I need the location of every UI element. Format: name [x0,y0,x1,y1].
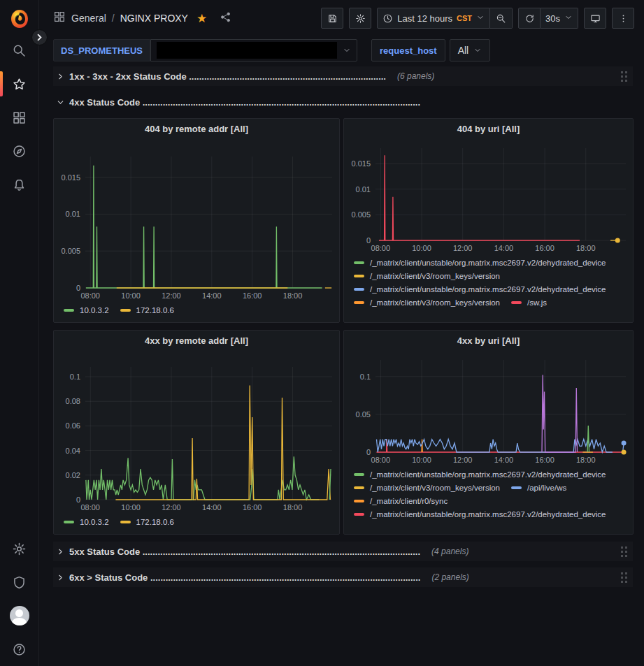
variable-value-dropdown[interactable] [150,39,357,61]
timeseries-chart[interactable]: 08:0010:0012:0014:0016:0018:0000.020.040… [54,350,339,514]
refresh-interval-label: 30s [545,13,560,24]
svg-text:0.005: 0.005 [61,247,80,255]
svg-text:0.015: 0.015 [351,159,371,168]
panel-title[interactable]: 404 by uri [All] [344,119,633,138]
dashboard-settings-button[interactable] [349,8,371,29]
legend-label: 10.0.3.2 [80,306,109,314]
panel-grid: 404 by remote addr [All] 08:0010:0012:00… [53,118,633,535]
panel-title[interactable]: 4xx by uri [All] [344,331,633,350]
panel-4xx-by-remote-addr: 4xx by remote addr [All] 08:0010:0012:00… [53,330,340,535]
sidebar-item-explore[interactable] [0,134,38,168]
svg-text:16:00: 16:00 [243,503,262,512]
legend-swatch [354,473,364,476]
configuration-gear-icon [12,542,27,556]
row-panel-count: (2 panels) [431,572,468,582]
timeseries-chart[interactable]: 08:0010:0012:0014:0016:0018:0000.050.1 [344,350,633,466]
legend-item[interactable]: 172.18.0.6 [120,518,174,526]
svg-text:18:00: 18:00 [576,456,596,464]
refresh-interval-picker[interactable]: 30s [541,8,578,29]
chevron-down-icon [473,46,482,55]
sidebar-item-help[interactable] [0,632,38,666]
svg-text:12:00: 12:00 [162,503,181,512]
panel-legend: /_matrix/client/unstable/org.matrix.msc2… [344,466,633,534]
legend-item[interactable]: /_matrix/client/r0/sync [354,497,448,505]
time-range-picker[interactable]: Last 12 hours CST [377,8,490,29]
explore-compass-icon [12,144,27,159]
legend-item[interactable]: 10.0.3.2 [64,306,109,314]
refresh-button[interactable] [518,8,541,29]
svg-text:10:00: 10:00 [121,291,141,300]
row-title: 1xx - 3xx - 2xx Status Code ............… [69,71,386,82]
legend-item[interactable]: /_matrix/client/v3/room_keys/version [354,484,500,492]
legend-label: /_matrix/client/r0/sync [370,497,448,505]
row-header-6xx[interactable]: 6xx > Status Code ......................… [53,567,633,587]
dashboard-canvas: 1xx - 3xx - 2xx Status Code ............… [39,64,644,666]
legend-label: 172.18.0.6 [136,518,174,526]
variable-request-host: request_host All [371,39,490,61]
svg-text:0.04: 0.04 [66,447,80,455]
legend-item[interactable]: 172.18.0.6 [120,306,174,314]
svg-text:14:00: 14:00 [202,291,222,300]
time-range-label: Last 12 hours [397,13,452,24]
row-drag-handle[interactable] [621,546,630,557]
svg-text:0.02: 0.02 [66,471,80,479]
variable-value-dropdown[interactable]: All [450,39,491,61]
svg-text:0: 0 [76,284,80,292]
variable-label[interactable]: DS_PROMETHEUS [53,39,150,61]
svg-text:18:00: 18:00 [283,503,303,512]
sidebar-item-profile[interactable] [0,599,38,632]
row-title: 4xx Status Code ........................… [69,97,420,108]
svg-text:16:00: 16:00 [243,291,262,300]
sidebar-item-dashboards[interactable] [0,101,38,134]
sidebar-item-server-admin[interactable] [0,565,38,599]
legend-item[interactable]: /_matrix/client/unstable/org.matrix.msc2… [354,470,606,479]
active-indicator [0,71,3,96]
timeseries-chart[interactable]: 08:0010:0012:0014:0016:0018:0000.0050.01… [344,138,633,254]
row-header-4xx[interactable]: 4xx Status Code ........................… [53,92,633,112]
panel-title[interactable]: 404 by remote addr [All] [54,119,339,138]
breadcrumb-section[interactable]: General [71,13,106,24]
timeseries-chart[interactable]: 08:0010:0012:0014:0016:0018:0000.0050.01… [54,138,339,302]
legend-swatch [354,301,364,304]
legend-item[interactable]: /api/live/ws [511,484,566,492]
breadcrumb-separator: / [112,13,115,24]
grafana-logo[interactable] [0,0,38,34]
kiosk-mode-button[interactable] [584,8,606,29]
legend-item[interactable]: /_matrix/client/unstable/org.matrix.msc2… [354,510,606,519]
sidebar-item-configuration[interactable] [0,532,38,565]
svg-text:16:00: 16:00 [535,244,554,252]
panel-legend: /_matrix/client/unstable/org.matrix.msc2… [344,254,633,322]
row-header-1xx-3xx-2xx[interactable]: 1xx - 3xx - 2xx Status Code ............… [53,66,633,86]
sidebar-expand-button[interactable] [31,29,48,45]
legend-item[interactable]: /_matrix/client/unstable/org.matrix.msc2… [354,259,606,267]
alerting-bell-icon [12,178,27,192]
panel-title[interactable]: 4xx by remote addr [All] [54,331,339,350]
save-dashboard-button[interactable] [321,8,343,29]
breadcrumb: General / NGINX PROXY ★ [53,10,231,26]
zoom-out-icon [496,13,506,24]
share-icon[interactable] [220,11,231,26]
svg-text:14:00: 14:00 [202,503,222,512]
kebab-menu-icon [618,13,629,24]
search-icon [12,43,27,58]
legend-swatch [354,486,364,489]
legend-item[interactable]: /_matrix/client/unstable/org.matrix.msc2… [354,285,606,294]
row-header-5xx[interactable]: 5xx Status Code ........................… [53,542,633,561]
time-zoom-out-button[interactable] [490,8,513,29]
sidebar-item-starred[interactable] [0,67,38,101]
favorite-star-icon[interactable]: ★ [196,13,207,24]
svg-text:18:00: 18:00 [576,244,596,252]
legend-item[interactable]: /_matrix/client/v3/room_keys/version [354,298,500,307]
legend-label: /_matrix/client/unstable/org.matrix.msc2… [370,510,606,519]
more-options-button[interactable] [612,8,634,29]
row-drag-handle[interactable] [621,71,630,82]
legend-item[interactable]: /_matrix/client/v3/room_keys/version [354,272,500,280]
sidebar-item-alerting[interactable] [0,168,38,201]
legend-swatch [120,521,131,523]
legend-swatch [120,309,131,312]
svg-text:08:00: 08:00 [371,456,391,464]
row-drag-handle[interactable] [621,572,630,583]
legend-item[interactable]: 10.0.3.2 [64,518,109,526]
variable-label[interactable]: request_host [371,39,445,61]
legend-item[interactable]: /sw.js [511,298,547,307]
